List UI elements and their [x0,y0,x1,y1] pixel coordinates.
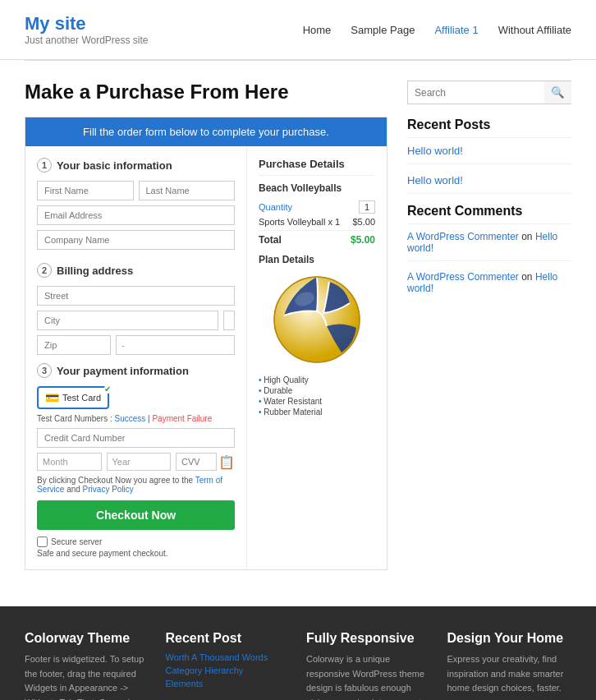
post-link-1[interactable]: Hello world! [407,145,571,157]
secure-checkbox[interactable] [37,537,48,547]
section2-title: 2 Billing address [37,263,235,278]
qty-value: 1 [359,200,375,214]
main-content: Make a Purchase From Here Fill the order… [0,61,596,590]
year-select[interactable]: Year [107,453,172,471]
search-box: 🔍 [407,81,571,104]
country-select[interactable]: Country [223,311,235,330]
nav-affiliate1[interactable]: Affiliate 1 [434,24,478,36]
street-input[interactable] [37,286,235,306]
footer-link-2[interactable]: Category Hierarchy [166,665,291,675]
footer-col1-text: Footer is widgetized. To setup the foote… [25,652,149,700]
nav-home[interactable]: Home [303,24,332,36]
nav-without-affiliate[interactable]: Without Affiliate [498,24,571,36]
nav-sample-page[interactable]: Sample Page [351,24,415,36]
footer-col4-title: Design Your Home [447,631,572,646]
cvv-input[interactable] [176,453,217,471]
comment-on-1: on [521,231,532,242]
section1-title: 1 Your basic information [37,158,235,173]
details-section: Purchase Details Beach Volleyballs Quant… [247,146,387,569]
comment-on-2: on [521,271,532,283]
cvv-wrapper: 📋 [176,453,235,471]
feature-item: Rubber Material [259,408,375,417]
sidebar-divider3 [407,260,571,261]
email-input[interactable] [37,205,235,225]
comment-item-2: A WordPress Commenter on Hello world! [407,271,571,294]
feature-item: Durable [259,386,375,395]
site-name: My site [25,13,149,35]
state-select[interactable]: - [116,335,235,355]
checkout-header-bar: Fill the order form below to complete yo… [25,117,387,146]
total-value: $5.00 [351,234,375,246]
section2-label: Billing address [57,265,133,277]
zip-input[interactable] [37,335,111,355]
footer-col3-text: Colorway is a unique responsive WordPres… [306,652,431,700]
recent-comments-title: Recent Comments [407,204,571,224]
failure-link[interactable]: Payment Failure [152,414,212,423]
footer-link-1[interactable]: Worth A Thousand Words [166,652,291,662]
privacy-link[interactable]: Privacy Policy [83,485,134,494]
total-label: Total [259,234,282,246]
search-input[interactable] [408,81,544,104]
test-card-label: Test Card Numbers : [37,414,112,423]
footer-grid: Colorway Theme Footer is widgetized. To … [25,631,571,700]
search-icon: 🔍 [551,86,565,99]
month-year-row: Month Year 📋 [37,453,235,471]
volleyball-image [268,270,366,369]
features-list: High Quality Durable Water Resistant Rub… [259,375,375,417]
comment-author-1[interactable]: A WordPress Commenter [407,231,519,242]
section1-label: Your basic information [57,159,172,172]
billing-section: 2 Billing address Country [37,263,235,355]
main-nav: Home Sample Page Affiliate 1 Without Aff… [303,24,571,36]
site-tagline: Just another WordPress site [25,35,149,46]
first-name-input[interactable] [37,181,134,200]
post-link-2[interactable]: Hello world! [407,174,571,187]
secure-row: Secure server [37,537,235,547]
checkout-container: Fill the order form below to complete yo… [25,117,387,570]
terms-prefix: By clicking Checkout Now you agree to th… [37,476,193,485]
item-label: Sports Volleyball x 1 [259,217,340,227]
card-label: Test Card [62,393,101,403]
qty-row: Quantity 1 [259,200,375,214]
last-name-input[interactable] [139,181,236,200]
terms-and: and [66,485,80,494]
feature-item: Water Resistant [259,397,375,406]
secure-label: Secure server [51,537,102,546]
section3-num: 3 [37,363,52,378]
footer-link-3[interactable]: Elements [166,679,291,688]
checkout-button[interactable]: Checkout Now [37,500,235,530]
card-badge: 💳 Test Card ✔ [37,386,109,409]
footer-col3-title: Fully Responsive [306,631,431,646]
test-card-info: Test Card Numbers : Success | Payment Fa… [37,414,235,423]
footer-col-4: Design Your Home Express your creativity… [447,631,572,700]
footer-col2-title: Recent Post [166,631,291,646]
content-area: Make a Purchase From Here Fill the order… [25,81,387,570]
search-button[interactable]: 🔍 [544,81,571,104]
card-check-icon: ✔ [104,385,111,394]
name-row [37,181,235,200]
comment-item-1: A WordPress Commenter on Hello world! [407,231,571,254]
month-select[interactable]: Month [37,453,102,471]
zip-row: - [37,335,235,355]
footer-col-1: Colorway Theme Footer is widgetized. To … [25,631,149,700]
city-input[interactable] [37,311,218,330]
section3-title: 3 Your payment information [37,363,235,378]
credit-card-input[interactable] [37,428,235,448]
section1-num: 1 [37,158,52,173]
footer-col4-text: Express your creativity, find inspiratio… [447,652,572,696]
footer-col-2: Recent Post Worth A Thousand Words Categ… [166,631,291,700]
comment-author-2[interactable]: A WordPress Commenter [407,271,519,283]
plan-title: Plan Details [259,254,375,265]
site-title: My site Just another WordPress site [25,13,149,46]
terms-text: By clicking Checkout Now you agree to th… [37,476,235,494]
payment-section: 3 Your payment information 💳 Test Card ✔… [37,363,235,558]
company-input[interactable] [37,230,235,250]
sidebar-divider2 [407,193,571,194]
site-header: My site Just another WordPress site Home… [0,0,596,60]
form-section: 1 Your basic information 2 Billing addre… [25,146,247,569]
cvv-icon: 📋 [218,454,235,470]
success-link[interactable]: Success [114,414,145,423]
details-title: Purchase Details [259,158,375,176]
product-name: Beach Volleyballs [259,182,375,194]
price-row: Sports Volleyball x 1 $5.00 [259,217,375,227]
card-icon: 💳 [45,391,59,404]
